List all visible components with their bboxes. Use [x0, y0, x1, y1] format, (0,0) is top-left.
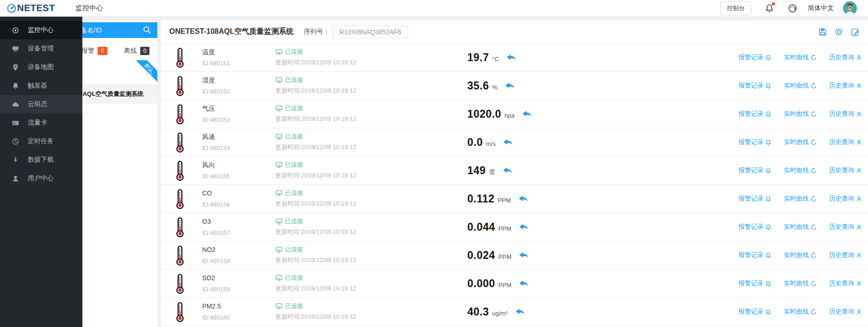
sidebar-item-cloud-scada[interactable]: 云组态 — [0, 95, 82, 113]
sensor-value: 0.112 — [467, 193, 495, 205]
sensor-id: ID:480159 — [202, 286, 230, 293]
update-time: 更新时间:2019/12/09 10:19:12 — [275, 228, 356, 236]
history-query-link[interactable]: 历史查询 — [829, 223, 862, 231]
alarm-record-link[interactable]: 报警记录 — [738, 53, 772, 62]
thermometer-icon — [175, 217, 185, 238]
offline-count-badge[interactable]: 0 — [140, 47, 150, 55]
serial-label: 序列号： — [304, 28, 329, 36]
nav-title: 监控中心 — [75, 4, 103, 13]
history-query-link[interactable]: 历史查询 — [829, 308, 862, 316]
thermometer-icon — [175, 160, 185, 181]
search-icon[interactable] — [143, 25, 152, 35]
history-query-link[interactable]: 历史查询 — [829, 53, 862, 62]
thermometer-icon — [175, 273, 185, 294]
realtime-curve-link[interactable]: 实时曲线 — [784, 223, 817, 231]
alarm-record-link[interactable]: 报警记录 — [738, 308, 772, 316]
console-button[interactable]: 控制台 — [720, 1, 751, 15]
monitor-connected-icon — [275, 105, 283, 112]
sensor-reading: 0.112 PPM — [467, 193, 528, 205]
realtime-curve-link[interactable]: 实时曲线 — [784, 82, 817, 90]
realtime-refresh-icon — [810, 195, 817, 202]
brand-logo[interactable]: NETEST — [6, 3, 55, 13]
realtime-curve-link[interactable]: 实时曲线 — [784, 195, 817, 203]
history-person-icon — [856, 280, 862, 287]
sensor-value: 1020.0 — [467, 108, 501, 120]
sensor-id: ID:480153 — [202, 116, 230, 123]
realtime-curve-link[interactable]: 实时曲线 — [784, 251, 817, 259]
history-query-link[interactable]: 历史查询 — [829, 166, 862, 175]
device-header: ONETEST-108AQL空气质量监测系统 序列号： R10XI8NAQ385… — [161, 20, 868, 44]
notification-bell-icon[interactable] — [764, 3, 775, 13]
row-actions: 报警记录 实时曲线 历史查询 — [726, 138, 862, 146]
realtime-refresh-icon — [810, 308, 817, 315]
alarm-record-link[interactable]: 报警记录 — [738, 251, 772, 259]
sensor-row: PM2.5 ID:480160 已连接 更新时间:2019/12/09 10:1… — [161, 298, 868, 326]
realtime-refresh-icon — [810, 224, 817, 231]
sensor-id: ID:480152 — [202, 88, 230, 95]
alarm-count-badge[interactable]: 0 — [98, 47, 107, 55]
row-actions: 报警记录 实时曲线 历史查询 — [726, 308, 862, 316]
sensor-id: ID:480156 — [202, 201, 230, 208]
trend-arrow-icon — [502, 167, 513, 174]
device-pagination[interactable]: 1/1 — [145, 69, 153, 76]
alarm-record-link[interactable]: 报警记录 — [738, 110, 772, 118]
realtime-curve-link[interactable]: 实时曲线 — [784, 279, 817, 288]
update-time: 更新时间:2019/12/09 10:19:12 — [275, 200, 356, 208]
trend-arrow-icon — [519, 280, 529, 287]
user-avatar[interactable] — [843, 1, 857, 15]
history-query-link[interactable]: 历史查询 — [829, 195, 862, 203]
sensor-value: 149 — [467, 164, 486, 177]
history-query-link[interactable]: 历史查询 — [829, 279, 862, 288]
alarm-record-link[interactable]: 报警记录 — [738, 223, 772, 231]
sidebar-item-device-map[interactable]: 设备地图 — [0, 58, 82, 76]
sidebar-item-trigger[interactable]: 触发器 — [0, 76, 82, 95]
theme-palette-icon[interactable] — [787, 3, 798, 13]
realtime-curve-link[interactable]: 实时曲线 — [784, 308, 817, 316]
alarm-record-link[interactable]: 报警记录 — [738, 279, 772, 288]
thermometer-icon — [175, 302, 185, 322]
alarm-record-link[interactable]: 报警记录 — [738, 82, 772, 90]
alarm-label: 报警 — [81, 47, 94, 55]
sidebar-item-user-center[interactable]: 用户中心 — [0, 169, 82, 188]
alarm-record-link[interactable]: 报警记录 — [738, 166, 772, 175]
sensor-row: 温度 ID:480151 已连接 更新时间:2019/12/09 10:19:1… — [161, 44, 868, 72]
connection-status: 已连接 — [275, 76, 303, 84]
sidebar-item-timed-task[interactable]: 定时任务 — [0, 132, 82, 151]
language-switcher[interactable]: 简体中文 — [808, 4, 834, 13]
history-query-link[interactable]: 历史查询 — [829, 251, 862, 259]
update-time: 更新时间:2019/12/09 10:19:12 — [275, 284, 356, 293]
device-search-input[interactable] — [74, 22, 148, 38]
update-time: 更新时间:2019/12/09 10:19:12 — [275, 313, 356, 321]
realtime-curve-link[interactable]: 实时曲线 — [784, 138, 817, 146]
edit-icon[interactable] — [850, 27, 860, 37]
update-time: 更新时间:2019/12/09 10:19:12 — [275, 171, 356, 180]
alarm-record-link[interactable]: 报警记录 — [738, 138, 772, 146]
history-query-link[interactable]: 历史查询 — [829, 138, 862, 146]
sidebar-item-device-manage[interactable]: 设备管理 — [0, 39, 82, 58]
sidebar: 监控中心 设备管理 设备地图 触发器 云组态 流量卡 定时任务 数据下载 用户中… — [0, 17, 82, 327]
sensor-name: 湿度 — [202, 76, 215, 85]
realtime-curve-link[interactable]: 实时曲线 — [784, 110, 817, 118]
history-query-link[interactable]: 历史查询 — [829, 82, 862, 90]
realtime-curve-link[interactable]: 实时曲线 — [784, 53, 817, 62]
alarm-record-link[interactable]: 报警记录 — [738, 195, 772, 203]
sensor-list: 温度 ID:480151 已连接 更新时间:2019/12/09 10:19:1… — [161, 44, 868, 326]
save-icon[interactable] — [818, 27, 827, 37]
monitor-connected-icon — [275, 48, 283, 56]
alarm-record-bell-icon — [765, 111, 772, 118]
sensor-name: CO — [202, 189, 212, 197]
sidebar-item-monitor-center[interactable]: 监控中心 — [0, 21, 82, 39]
sensor-unit: PPM — [498, 225, 511, 232]
sidebar-item-sim-card[interactable]: 流量卡 — [0, 113, 82, 132]
trend-arrow-icon — [505, 82, 515, 89]
realtime-curve-link[interactable]: 实时曲线 — [784, 166, 817, 175]
sensor-reading: 149 度 — [467, 164, 513, 177]
sensor-value: 35.6 — [467, 80, 489, 92]
settings-gear-icon[interactable] — [834, 27, 843, 37]
monitor-connected-icon — [275, 189, 283, 197]
history-person-icon — [856, 111, 862, 118]
sidebar-item-data-download[interactable]: 数据下载 — [0, 151, 82, 169]
sensor-reading: 0.044 PPM — [467, 221, 529, 233]
sensor-reading: 35.6 % — [467, 80, 515, 92]
history-query-link[interactable]: 历史查询 — [829, 110, 862, 118]
